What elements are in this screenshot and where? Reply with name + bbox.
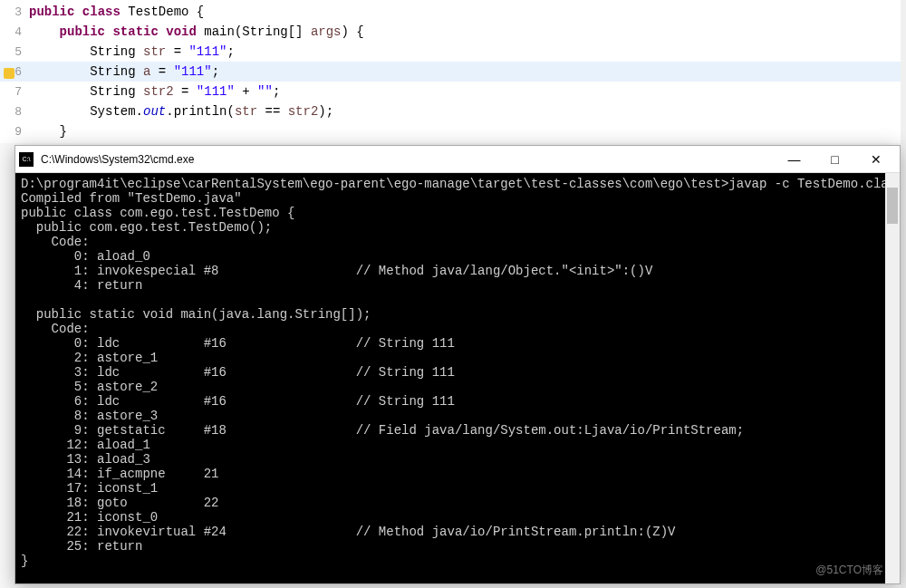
line-number: 4 bbox=[0, 25, 29, 39]
code-line[interactable]: 9 } bbox=[0, 121, 906, 141]
code-content[interactable]: String a = "111"; bbox=[29, 64, 219, 79]
code-line[interactable]: 4 public static void main(String[] args)… bbox=[0, 22, 906, 42]
line-number: 7 bbox=[0, 85, 29, 99]
code-content[interactable]: String str2 = "111" + ""; bbox=[29, 84, 280, 99]
console-scrollbar[interactable] bbox=[885, 173, 900, 583]
code-line[interactable]: 8 System.out.println(str == str2); bbox=[0, 101, 906, 121]
code-content[interactable]: System.out.println(str == str2); bbox=[29, 104, 333, 119]
maximize-button[interactable]: □ bbox=[814, 147, 855, 172]
cmd-output[interactable]: D:\program4it\eclipse\carRentalSystem\eg… bbox=[15, 173, 900, 583]
watermark: @51CTO博客 bbox=[815, 563, 883, 578]
code-content[interactable]: public class TestDemo { bbox=[29, 5, 204, 19]
cmd-title: C:\Windows\System32\cmd.exe bbox=[41, 153, 774, 166]
cmd-titlebar[interactable]: C:\Windows\System32\cmd.exe — □ ✕ bbox=[15, 146, 900, 173]
line-number: 8 bbox=[0, 105, 29, 119]
code-content[interactable]: String str = "111"; bbox=[29, 44, 235, 59]
code-line[interactable]: 3public class TestDemo { bbox=[0, 2, 906, 22]
line-number: 6 bbox=[0, 65, 29, 79]
minimize-button[interactable]: — bbox=[774, 147, 814, 172]
close-button[interactable]: ✕ bbox=[855, 147, 896, 172]
window-controls: — □ ✕ bbox=[774, 147, 896, 172]
line-number: 5 bbox=[0, 45, 29, 59]
right-gutter-strip bbox=[901, 0, 906, 588]
cmd-icon bbox=[19, 152, 34, 167]
line-number: 3 bbox=[0, 5, 29, 19]
code-editor[interactable]: 3public class TestDemo {4 public static … bbox=[0, 0, 906, 143]
scrollbar-thumb[interactable] bbox=[887, 188, 898, 224]
code-content[interactable]: } bbox=[29, 124, 67, 139]
code-line[interactable]: 6 String a = "111"; bbox=[0, 62, 906, 82]
code-line[interactable]: 5 String str = "111"; bbox=[0, 42, 906, 62]
code-line[interactable]: 7 String str2 = "111" + ""; bbox=[0, 82, 906, 101]
warning-icon bbox=[4, 68, 14, 79]
cmd-window: C:\Windows\System32\cmd.exe — □ ✕ D:\pro… bbox=[14, 145, 901, 584]
line-number: 9 bbox=[0, 125, 29, 139]
code-content[interactable]: public static void main(String[] args) { bbox=[29, 24, 364, 39]
